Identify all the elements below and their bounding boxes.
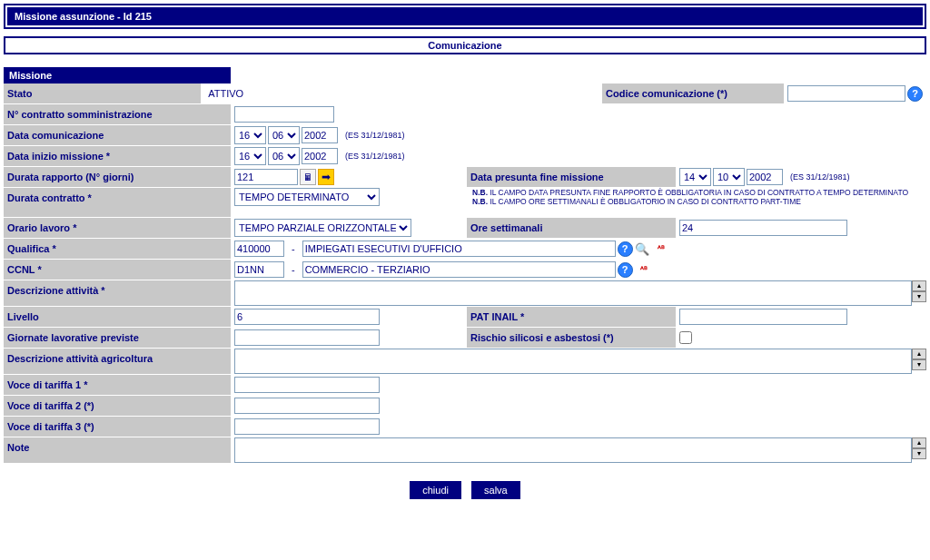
scroll-buttons: ▴ ▾: [912, 349, 926, 374]
label-voce2: Voce di tariffa 2 (*): [4, 396, 231, 416]
label-desc-attivita: Descrizione attività *: [4, 280, 231, 306]
input-qualifica-code[interactable]: [234, 241, 284, 257]
label-data-com: Data comunicazione: [4, 125, 231, 145]
dash: -: [286, 243, 301, 254]
select-durata-contratto[interactable]: TEMPO DETERMINATO: [234, 188, 380, 206]
select-data-inizio-month[interactable]: 06: [268, 147, 300, 165]
scroll-buttons: ▴ ▾: [912, 437, 926, 463]
input-ore[interactable]: [679, 220, 847, 236]
input-giornate[interactable]: [234, 329, 380, 346]
scroll-up-icon[interactable]: ▴: [912, 349, 926, 359]
label-livello: Livello: [4, 307, 231, 327]
label-durata-contratto: Durata contratto *: [4, 188, 231, 217]
window-header: Missione assunzione - Id 215: [4, 4, 926, 29]
label-qualifica: Qualifica *: [4, 239, 231, 259]
button-row: chiudi salva: [4, 481, 926, 499]
comunicazione-header: Comunicazione: [4, 36, 926, 54]
abc-icon[interactable]: ᴬᴮ: [652, 241, 670, 257]
textarea-desc-agri[interactable]: [234, 349, 912, 374]
label-rischio: Rischio silicosi e asbestosi (*): [467, 328, 676, 348]
input-n-contratto[interactable]: [234, 106, 334, 123]
select-data-com-month[interactable]: 06: [268, 126, 300, 144]
label-stato: Stato: [4, 84, 201, 103]
select-data-inizio-day[interactable]: 16: [234, 147, 266, 165]
label-n-contratto: N° contratto somministrazione: [4, 104, 231, 124]
value-stato: ATTIVO: [204, 85, 247, 102]
search-icon[interactable]: 🔍: [635, 241, 650, 257]
textarea-note[interactable]: [234, 437, 912, 463]
nb-text-2: N.B. IL CAMPO ORE SETTIMANALI È OBBLIGAT…: [472, 197, 926, 206]
input-data-fine-year[interactable]: [747, 169, 783, 185]
select-data-fine-day[interactable]: 14: [679, 168, 711, 186]
hint-date: (ES 31/12/1981): [790, 172, 850, 182]
label-giornate: Giornate lavorative previste: [4, 328, 231, 348]
scroll-down-icon[interactable]: ▾: [912, 291, 926, 302]
help-icon[interactable]: ?: [618, 262, 633, 278]
label-voce1: Voce di tariffa 1 *: [4, 375, 231, 395]
input-qualifica-desc[interactable]: [302, 241, 616, 257]
input-ccnl-desc[interactable]: [302, 261, 616, 278]
help-icon[interactable]: ?: [618, 241, 633, 257]
scroll-up-icon[interactable]: ▴: [912, 437, 926, 448]
section-missione: Missione: [4, 67, 231, 84]
scroll-up-icon[interactable]: ▴: [912, 280, 926, 291]
input-codice-com[interactable]: [787, 85, 905, 102]
label-ore: Ore settimanali: [467, 218, 676, 238]
abc-icon[interactable]: ᴬᴮ: [635, 262, 653, 278]
help-icon[interactable]: ?: [907, 86, 923, 102]
label-note: Note: [4, 437, 231, 463]
select-data-com-day[interactable]: 16: [234, 126, 266, 144]
label-data-inizio: Data inizio missione *: [4, 146, 231, 166]
scroll-down-icon[interactable]: ▾: [912, 359, 926, 370]
scroll-down-icon[interactable]: ▾: [912, 448, 926, 459]
input-data-inizio-year[interactable]: [302, 148, 338, 164]
label-pat-inail: PAT INAIL *: [467, 307, 676, 327]
input-voce3[interactable]: [234, 418, 380, 435]
input-data-com-year[interactable]: [302, 127, 338, 143]
label-durata-rapporto: Durata rapporto (N° giorni): [4, 167, 231, 187]
hint-date: (ES 31/12/1981): [345, 131, 405, 140]
input-durata-rapporto[interactable]: [234, 169, 298, 185]
hint-date: (ES 31/12/1981): [345, 152, 405, 161]
checkbox-rischio[interactable]: [679, 331, 692, 344]
calc-icon[interactable]: 🖩: [300, 169, 316, 185]
label-ccnl: CCNL *: [4, 260, 231, 280]
label-codice-com: Codice comunicazione (*): [602, 84, 784, 103]
window-title: Missione assunzione - Id 215: [7, 7, 923, 25]
input-voce1[interactable]: [234, 377, 380, 393]
salva-button[interactable]: salva: [471, 481, 520, 499]
input-voce2[interactable]: [234, 398, 380, 414]
label-voce3: Voce di tariffa 3 (*): [4, 417, 231, 437]
dash: -: [286, 264, 301, 275]
input-livello[interactable]: [234, 309, 380, 325]
input-ccnl-code[interactable]: [234, 261, 284, 278]
select-data-fine-month[interactable]: 10: [713, 168, 745, 186]
nb-text-1: N.B. IL CAMPO DATA PRESUNTA FINE RAPPORT…: [472, 188, 926, 197]
arrow-icon[interactable]: ➡: [318, 169, 334, 185]
textarea-desc-attivita[interactable]: [234, 280, 912, 306]
label-data-fine: Data presunta fine missione: [467, 167, 676, 187]
input-pat-inail[interactable]: [679, 309, 847, 325]
chiudi-button[interactable]: chiudi: [410, 481, 461, 499]
select-orario[interactable]: TEMPO PARZIALE ORIZZONTALE: [234, 219, 411, 237]
scroll-buttons: ▴ ▾: [912, 280, 926, 306]
label-desc-agri: Descrizione attività agricoltura: [4, 349, 231, 374]
label-orario: Orario lavoro *: [4, 218, 231, 238]
